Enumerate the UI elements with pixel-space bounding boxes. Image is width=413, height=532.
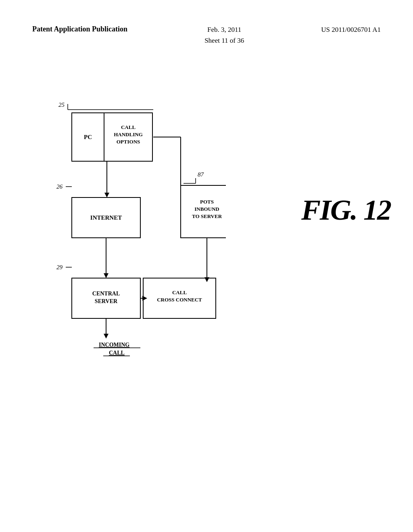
svg-marker-9 xyxy=(104,193,109,197)
svg-text:INCOMING: INCOMING xyxy=(99,342,129,348)
svg-text:CROSS CONNECT: CROSS CONNECT xyxy=(157,297,202,303)
svg-text:CALL: CALL xyxy=(172,289,187,295)
header-date-sheet: Feb. 3, 2011 Sheet 11 of 36 xyxy=(204,24,244,46)
svg-text:OPTIONS: OPTIONS xyxy=(117,139,140,145)
svg-marker-22 xyxy=(104,334,108,339)
svg-text:CALL: CALL xyxy=(109,350,125,356)
svg-text:CENTRAL: CENTRAL xyxy=(92,291,120,297)
svg-text:INTERNET: INTERNET xyxy=(90,214,122,221)
diagram-area: 25 PC CALL HANDLING OPTIONS 26 INTERNET … xyxy=(24,81,347,443)
svg-text:HANDLING: HANDLING xyxy=(114,131,143,137)
svg-text:87: 87 xyxy=(198,171,204,178)
svg-text:29: 29 xyxy=(56,264,63,270)
svg-text:POTS: POTS xyxy=(200,199,214,205)
svg-text:PC: PC xyxy=(84,134,92,140)
patent-number: US 2011/0026701 A1 xyxy=(321,24,381,35)
figure-label: FIG. 12 xyxy=(301,193,391,227)
publication-title: Patent Application Publication xyxy=(32,24,127,34)
bracket-svg: PC CALL HANDLING OPTIONS 26 INTERNET 29 … xyxy=(24,81,226,363)
svg-text:SERVER: SERVER xyxy=(95,298,118,304)
svg-marker-15 xyxy=(104,273,108,278)
sheet-number: Sheet 11 of 36 xyxy=(204,37,244,44)
svg-text:26: 26 xyxy=(56,183,63,190)
svg-text:CALL: CALL xyxy=(121,124,136,130)
page-header: Patent Application Publication Feb. 3, 2… xyxy=(0,24,413,46)
publication-date: Feb. 3, 2011 xyxy=(207,26,241,33)
svg-text:INBOUND: INBOUND xyxy=(194,206,219,212)
svg-text:TO SERVER: TO SERVER xyxy=(192,213,222,219)
